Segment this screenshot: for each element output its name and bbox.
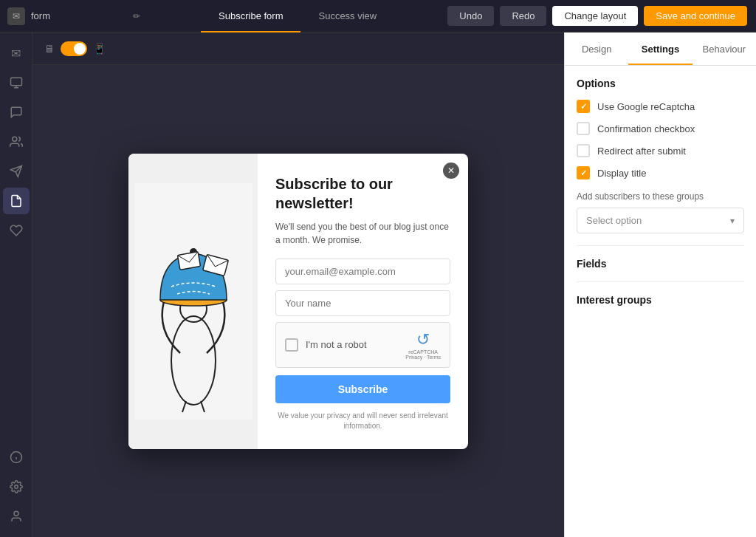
form-title: form bbox=[31, 10, 127, 21]
app-icon: ✉ bbox=[7, 7, 25, 25]
redo-button[interactable]: Redo bbox=[500, 6, 546, 26]
captcha-widget: I'm not a robot ↺ reCAPTCHAPrivacy · Ter… bbox=[275, 322, 450, 368]
email-input[interactable] bbox=[275, 259, 450, 284]
sidebar-item-info[interactable] bbox=[3, 444, 30, 471]
options-section-title: Options bbox=[577, 78, 744, 89]
sidebar-item-envelope[interactable]: ✉ bbox=[3, 40, 30, 66]
svg-rect-0 bbox=[10, 78, 21, 86]
svg-point-1 bbox=[12, 137, 16, 141]
subscribe-modal: ✕ Subscribe to our newsletter! We'll sen… bbox=[128, 154, 468, 449]
main-layout: ✉ bbox=[0, 33, 756, 537]
interest-groups-title: Interest groups bbox=[577, 294, 744, 306]
right-panel: Design Settings Behaviour Options Use Go… bbox=[564, 33, 756, 537]
canvas-content: ✕ Subscribe to our newsletter! We'll sen… bbox=[32, 65, 564, 537]
checkbox-display-title[interactable] bbox=[577, 166, 590, 179]
tab-behaviour[interactable]: Behaviour bbox=[693, 33, 756, 65]
topbar-tabs: Subscribe form Success view bbox=[148, 0, 447, 33]
privacy-text: We value your privacy and will never sen… bbox=[275, 411, 450, 431]
tab-design[interactable]: Design bbox=[565, 33, 628, 65]
save-continue-button[interactable]: Save and continue bbox=[644, 6, 747, 26]
dropdown-arrow-icon: ▾ bbox=[730, 216, 735, 226]
sidebar: ✉ bbox=[0, 33, 32, 537]
right-panel-content: Options Use Google reCaptcha Confirmatio… bbox=[565, 66, 756, 537]
tab-settings[interactable]: Settings bbox=[628, 33, 692, 65]
subscribe-button[interactable]: Subscribe bbox=[275, 375, 450, 403]
label-recaptcha: Use Google reCaptcha bbox=[597, 101, 695, 112]
divider-2 bbox=[577, 281, 744, 282]
sidebar-item-chat[interactable] bbox=[3, 99, 30, 126]
name-input[interactable] bbox=[275, 290, 450, 316]
option-row-recaptcha: Use Google reCaptcha bbox=[577, 100, 744, 113]
option-row-confirmation: Confirmation checkbox bbox=[577, 122, 744, 135]
sidebar-item-users[interactable] bbox=[3, 129, 30, 155]
checkbox-confirmation[interactable] bbox=[577, 122, 590, 135]
recaptcha-logo: ↺ reCAPTCHAPrivacy · Terms bbox=[405, 330, 441, 360]
checkbox-redirect[interactable] bbox=[577, 144, 590, 157]
modal-title: Subscribe to our newsletter! bbox=[275, 174, 450, 213]
label-redirect: Redirect after submit bbox=[597, 146, 686, 157]
svg-rect-15 bbox=[177, 251, 200, 270]
sidebar-item-document[interactable] bbox=[3, 188, 30, 214]
tab-success-view[interactable]: Success view bbox=[300, 0, 394, 33]
interest-groups-section: Interest groups bbox=[577, 294, 744, 306]
svg-point-8 bbox=[14, 511, 18, 516]
topbar: ✉ form ✏ Subscribe form Success view Und… bbox=[0, 0, 756, 33]
option-row-redirect: Redirect after submit bbox=[577, 144, 744, 157]
svg-point-7 bbox=[14, 485, 18, 489]
sidebar-item-send[interactable] bbox=[3, 158, 30, 185]
groups-select[interactable]: Select option ▾ bbox=[577, 208, 744, 233]
topbar-left: ✉ form ✏ bbox=[0, 7, 148, 25]
modal-close-button[interactable]: ✕ bbox=[443, 163, 459, 179]
canvas: 🖥 📱 bbox=[32, 33, 564, 537]
sidebar-item-user[interactable] bbox=[3, 503, 30, 530]
topbar-actions: Undo Redo Change layout Save and continu… bbox=[447, 6, 756, 26]
groups-label: Add subscribers to these groups bbox=[577, 191, 744, 202]
sidebar-item-settings[interactable] bbox=[3, 473, 30, 500]
groups-subsection: Add subscribers to these groups Select o… bbox=[577, 191, 744, 233]
sidebar-bottom bbox=[3, 444, 30, 530]
checkbox-recaptcha[interactable] bbox=[577, 100, 590, 113]
change-layout-button[interactable]: Change layout bbox=[552, 6, 638, 26]
undo-button[interactable]: Undo bbox=[447, 6, 494, 26]
tab-subscribe-form[interactable]: Subscribe form bbox=[201, 0, 300, 33]
edit-icon[interactable]: ✏ bbox=[133, 11, 140, 21]
fields-section: Fields bbox=[577, 258, 744, 270]
sidebar-item-monitor[interactable] bbox=[3, 69, 30, 96]
label-display-title: Display title bbox=[597, 168, 646, 179]
divider-1 bbox=[577, 245, 744, 246]
captcha-checkbox[interactable] bbox=[285, 338, 298, 352]
fields-section-title: Fields bbox=[577, 258, 744, 270]
captcha-label: I'm not a robot bbox=[306, 339, 398, 350]
desktop-icon[interactable]: 🖥 bbox=[44, 43, 55, 55]
device-toggle[interactable] bbox=[61, 41, 87, 56]
mobile-icon[interactable]: 📱 bbox=[93, 43, 106, 55]
device-icons: 🖥 📱 bbox=[44, 41, 106, 56]
sidebar-item-plugin[interactable] bbox=[3, 217, 30, 244]
right-panel-tabs: Design Settings Behaviour bbox=[565, 33, 756, 66]
label-confirmation: Confirmation checkbox bbox=[597, 123, 695, 134]
modal-description: We'll send you the best of our blog just… bbox=[275, 220, 450, 247]
groups-placeholder: Select option bbox=[586, 215, 642, 226]
modal-illustration bbox=[128, 154, 258, 449]
modal-body: ✕ Subscribe to our newsletter! We'll sen… bbox=[258, 154, 468, 449]
canvas-toolbar: 🖥 📱 bbox=[32, 33, 564, 65]
option-row-display-title: Display title bbox=[577, 166, 744, 179]
